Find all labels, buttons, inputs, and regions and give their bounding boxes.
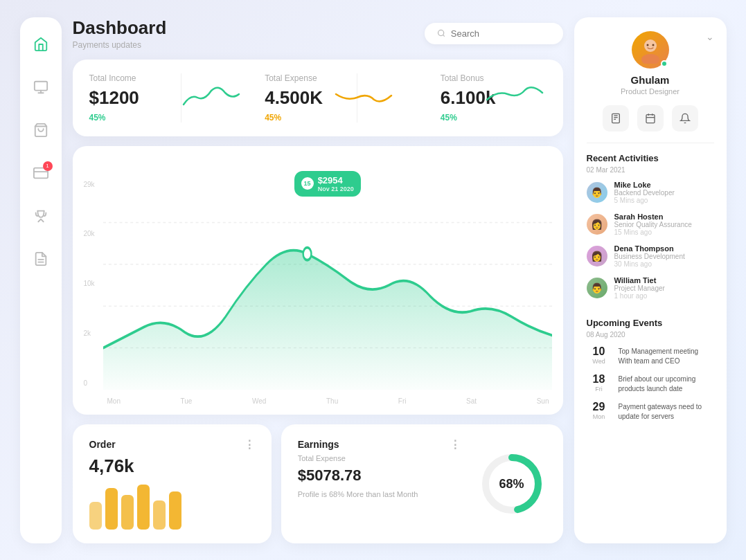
profile-chevron-icon[interactable]: ⌄ bbox=[706, 31, 714, 42]
search-icon bbox=[437, 28, 445, 38]
activity-info-2: Dena Thompson Business Development 30 Mi… bbox=[614, 244, 685, 268]
profile-role: Product Designer bbox=[621, 87, 680, 96]
earnings-card: Earnings ⋮ Total Expense $5078.78 Profil… bbox=[281, 424, 563, 543]
stat-income-percent: 45% bbox=[89, 113, 168, 123]
bar-6 bbox=[169, 491, 181, 530]
bar-1 bbox=[89, 502, 102, 530]
activity-info-1: Sarah Hosten Senior Quality Assurance 15… bbox=[614, 213, 692, 236]
bar-2 bbox=[105, 488, 118, 530]
svg-rect-0 bbox=[34, 81, 46, 90]
sidebar-item-trophy[interactable] bbox=[28, 203, 54, 229]
calendar-action-button[interactable] bbox=[637, 105, 664, 132]
event-item-0: 10 Wed Top Management meeting With team … bbox=[587, 345, 714, 366]
donut-chart-container: 68% bbox=[477, 449, 547, 518]
profile-actions bbox=[603, 105, 698, 132]
svg-point-19 bbox=[641, 54, 659, 64]
svg-point-15 bbox=[303, 247, 311, 260]
tooltip-content: $2954 Nov 21 2020 bbox=[318, 175, 354, 192]
donut-percent-label: 68% bbox=[499, 476, 524, 491]
activity-info-3: William Tiet Project Manager 1 hour ago bbox=[614, 276, 665, 300]
tooltip-dot: 15 bbox=[301, 177, 314, 190]
chart-y-labels: 29k 20k 10k 2k 0 bbox=[84, 181, 95, 387]
profile-section: ⌄ Ghulam Product Designer bbox=[587, 31, 714, 143]
sidebar: 1 bbox=[20, 17, 62, 543]
earnings-sublabel: Total Expense bbox=[298, 454, 461, 462]
earnings-title: Earnings bbox=[298, 439, 339, 450]
right-panel: ⌄ Ghulam Product Designer bbox=[574, 17, 727, 543]
sidebar-item-bag[interactable] bbox=[28, 117, 54, 143]
activity-info-0: Mike Loke Backend Developer 5 Mins ago bbox=[614, 181, 675, 204]
sidebar-item-card[interactable]: 1 bbox=[28, 160, 54, 186]
activity-item-3: 👨 William Tiet Project Manager 1 hour ag… bbox=[587, 276, 714, 300]
card-badge: 1 bbox=[43, 161, 53, 171]
chart-card: 15 $2954 Nov 21 2020 29k 20k 10k 2k 0 bbox=[73, 146, 563, 415]
bar-5 bbox=[153, 500, 166, 530]
svg-line-10 bbox=[443, 35, 444, 36]
online-indicator bbox=[661, 60, 668, 67]
svg-rect-22 bbox=[612, 114, 619, 123]
stat-bonus-percent: 45% bbox=[441, 113, 519, 123]
bar-4 bbox=[137, 485, 150, 530]
avatar-illustration bbox=[637, 36, 664, 64]
area-chart bbox=[103, 181, 552, 390]
recent-activities-title: Recent Activities bbox=[587, 153, 714, 163]
chart-tooltip: 15 $2954 Nov 21 2020 bbox=[294, 171, 361, 197]
search-input[interactable] bbox=[451, 28, 551, 39]
earnings-card-header: Earnings ⋮ bbox=[298, 438, 461, 451]
stat-expense-label: Total Expense bbox=[265, 73, 343, 83]
activity-avatar-3: 👨 bbox=[587, 278, 607, 298]
upcoming-events-date: 08 Aug 2020 bbox=[587, 331, 714, 338]
stat-expense-percent: 45% bbox=[265, 113, 343, 123]
order-value: 4,76k bbox=[89, 455, 255, 477]
sidebar-item-chart[interactable] bbox=[28, 74, 54, 100]
svg-point-9 bbox=[438, 30, 443, 35]
bell-action-button[interactable] bbox=[672, 105, 698, 132]
svg-point-18 bbox=[644, 39, 657, 52]
sidebar-item-document[interactable] bbox=[28, 246, 54, 272]
activity-item-0: 👨 Mike Loke Backend Developer 5 Mins ago bbox=[587, 181, 714, 204]
earnings-info: Earnings ⋮ Total Expense $5078.78 Profil… bbox=[298, 438, 461, 530]
recent-activities-date: 02 Mar 2021 bbox=[587, 166, 714, 174]
order-card: Order ⋮ 4,76k bbox=[73, 424, 272, 543]
event-item-2: 29 Mon Payment gateways need to update f… bbox=[587, 401, 714, 422]
sparkline-bonus bbox=[487, 80, 542, 108]
page-subtitle: Payments updates bbox=[73, 40, 167, 50]
earnings-value: $5078.78 bbox=[298, 467, 461, 485]
event-date-1: 18 Fri bbox=[587, 373, 612, 392]
bottom-row: Order ⋮ 4,76k Earnings bbox=[73, 424, 563, 543]
activity-avatar-0: 👨 bbox=[587, 182, 607, 203]
invoice-action-button[interactable] bbox=[603, 105, 629, 132]
avatar bbox=[632, 31, 669, 69]
sparkline-income bbox=[184, 80, 239, 108]
activity-avatar-2: 👩 bbox=[587, 246, 607, 267]
upcoming-events-title: Upcoming Events bbox=[587, 318, 714, 328]
profile-name: Ghulam bbox=[631, 74, 670, 86]
event-date-2: 29 Mon bbox=[587, 401, 612, 420]
chart-svg-wrapper bbox=[103, 181, 552, 390]
page-title: Dashboard bbox=[73, 17, 167, 39]
stat-income-value: $1200 bbox=[89, 87, 168, 109]
order-more-button[interactable]: ⋮ bbox=[244, 438, 255, 451]
stats-card: Total Income $1200 45% Total Expense 4.5… bbox=[73, 60, 563, 136]
svg-rect-26 bbox=[646, 114, 655, 123]
svg-point-21 bbox=[652, 44, 654, 46]
activity-avatar-1: 👩 bbox=[587, 214, 607, 235]
svg-point-20 bbox=[646, 44, 648, 46]
stat-expense-value: 4.500K bbox=[265, 87, 343, 109]
activity-item-1: 👩 Sarah Hosten Senior Quality Assurance … bbox=[587, 213, 714, 236]
event-date-0: 10 Wed bbox=[587, 345, 612, 365]
search-bar[interactable] bbox=[425, 23, 563, 44]
order-mini-bars bbox=[89, 488, 255, 530]
activity-item-2: 👩 Dena Thompson Business Development 30 … bbox=[587, 244, 714, 268]
sidebar-item-home[interactable] bbox=[28, 31, 54, 57]
bar-3 bbox=[121, 495, 134, 530]
header-title: Dashboard Payments updates bbox=[73, 17, 167, 50]
main-content: Dashboard Payments updates Total Income … bbox=[73, 17, 563, 543]
stat-income-label: Total Income bbox=[89, 73, 168, 83]
sparkline-expense bbox=[336, 80, 391, 108]
event-item-1: 18 Fri Brief about our upcoming products… bbox=[587, 373, 714, 394]
earnings-more-button[interactable]: ⋮ bbox=[450, 438, 461, 451]
header: Dashboard Payments updates bbox=[73, 17, 563, 50]
chart-x-labels: Mon Tue Wed Thu Fri Sat Sun bbox=[107, 397, 549, 405]
order-card-header: Order ⋮ bbox=[89, 438, 255, 451]
